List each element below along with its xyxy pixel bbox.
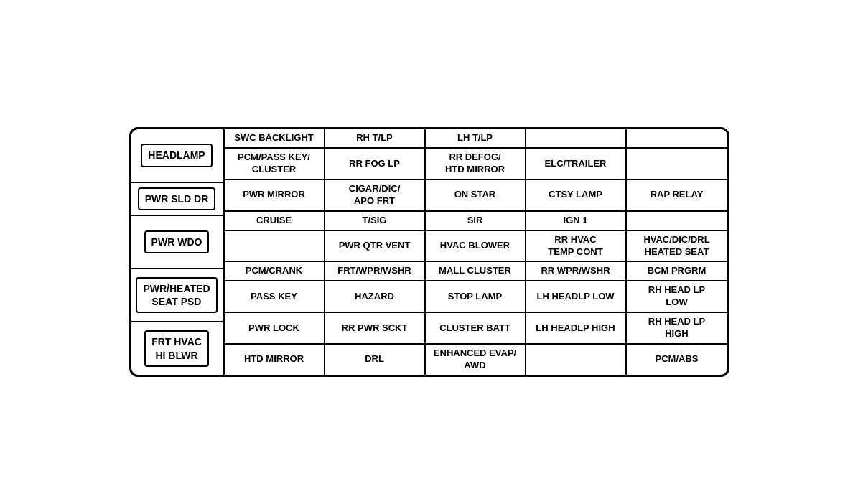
grid-cell-r1-c1: RR FOG LP <box>325 149 426 179</box>
grid-cell-r4-c4: HVAC/DIC/DRL HEATED SEAT <box>627 231 727 261</box>
grid-cell-r6-c3: LH HEADLP LOW <box>526 281 627 312</box>
grid-cell-r3-c1: T/SIG <box>325 212 426 230</box>
grid-cell-r6-c0: PASS KEY <box>225 281 325 312</box>
grid-cell-r5-c2: MALL CLUSTER <box>426 262 526 280</box>
grid-cell-r2-c4: RAP RELAY <box>627 180 727 210</box>
grid-cell-r8-c4: PCM/ABS <box>627 345 727 375</box>
left-label-pwr-sld-dr: PWR SLD DR <box>131 183 223 216</box>
grid-row-3: CRUISET/SIGSIRIGN 1 <box>225 212 727 231</box>
grid-cell-r1-c0: PCM/PASS KEY/ CLUSTER <box>225 149 325 179</box>
grid-cell-r7-c3: LH HEADLP HIGH <box>526 313 627 343</box>
grid-cell-r4-c0 <box>225 231 325 261</box>
grid-row-7: PWR LOCKRR PWR SCKTCLUSTER BATTLH HEADLP… <box>225 313 727 345</box>
left-label-pwr-heated-seat-psd: PWR/HEATED SEAT PSD <box>131 269 223 322</box>
left-label-frt-hvac-hi-blwr: FRT HVAC HI BLWR <box>131 322 223 374</box>
grid-row-6: PASS KEYHAZARDSTOP LAMPLH HEADLP LOWRH H… <box>225 281 727 313</box>
grid-cell-r1-c2: RR DEFOG/ HTD MIRROR <box>426 149 526 179</box>
grid-cell-r0-c4 <box>627 129 727 147</box>
grid-cell-r8-c3 <box>526 345 627 375</box>
grid-cell-r6-c2: STOP LAMP <box>426 281 526 312</box>
grid-cell-r4-c3: RR HVAC TEMP CONT <box>526 231 627 261</box>
grid-cell-r8-c0: HTD MIRROR <box>225 345 325 375</box>
grid-cell-r2-c1: CIGAR/DIC/ APO FRT <box>325 180 426 210</box>
grid-cell-r7-c4: RH HEAD LP HIGH <box>627 313 727 343</box>
left-label-headlamp: HEADLAMP <box>131 129 223 182</box>
grid-row-2: PWR MIRRORCIGAR/DIC/ APO FRTON STARCTSY … <box>225 180 727 212</box>
grid-cell-r3-c2: SIR <box>426 212 526 230</box>
grid-cell-r0-c2: LH T/LP <box>426 129 526 147</box>
grid-cell-r6-c1: HAZARD <box>325 281 426 312</box>
grid-row-5: PCM/CRANKFRT/WPR/WSHRMALL CLUSTERRR WPR/… <box>225 262 727 281</box>
right-grid: SWC BACKLIGHTRH T/LPLH T/LPPCM/PASS KEY/… <box>225 129 727 374</box>
left-label-text-pwr-sld-dr: PWR SLD DR <box>138 187 216 210</box>
grid-cell-r5-c1: FRT/WPR/WSHR <box>325 262 426 280</box>
left-column: HEADLAMPPWR SLD DRPWR WDOPWR/HEATED SEAT… <box>131 129 225 374</box>
grid-cell-r2-c2: ON STAR <box>426 180 526 210</box>
grid-cell-r3-c4 <box>627 212 727 230</box>
grid-cell-r8-c1: DRL <box>325 345 426 375</box>
grid-cell-r4-c2: HVAC BLOWER <box>426 231 526 261</box>
grid-cell-r2-c3: CTSY LAMP <box>526 180 627 210</box>
grid-cell-r8-c2: ENHANCED EVAP/ AWD <box>426 345 526 375</box>
grid-cell-r5-c4: BCM PRGRM <box>627 262 727 280</box>
grid-cell-r7-c1: RR PWR SCKT <box>325 313 426 343</box>
grid-cell-r0-c3 <box>526 129 627 147</box>
grid-cell-r4-c1: PWR QTR VENT <box>325 231 426 261</box>
grid-cell-r0-c0: SWC BACKLIGHT <box>225 129 325 147</box>
left-label-text-headlamp: HEADLAMP <box>141 144 212 167</box>
grid-cell-r7-c2: CLUSTER BATT <box>426 313 526 343</box>
grid-row-4: PWR QTR VENTHVAC BLOWERRR HVAC TEMP CONT… <box>225 231 727 263</box>
left-label-text-pwr-heated-seat-psd: PWR/HEATED SEAT PSD <box>136 277 217 313</box>
grid-cell-r7-c0: PWR LOCK <box>225 313 325 343</box>
fuse-table: HEADLAMPPWR SLD DRPWR WDOPWR/HEATED SEAT… <box>129 127 729 376</box>
grid-row-8: HTD MIRRORDRLENHANCED EVAP/ AWDPCM/ABS <box>225 345 727 375</box>
grid-cell-r1-c3: ELC/TRAILER <box>526 149 627 179</box>
grid-cell-r2-c0: PWR MIRROR <box>225 180 325 210</box>
grid-row-0: SWC BACKLIGHTRH T/LPLH T/LP <box>225 129 727 149</box>
grid-row-1: PCM/PASS KEY/ CLUSTERRR FOG LPRR DEFOG/ … <box>225 149 727 180</box>
left-label-pwr-wdo: PWR WDO <box>131 216 223 269</box>
grid-cell-r1-c4 <box>627 149 727 179</box>
left-label-text-frt-hvac-hi-blwr: FRT HVAC HI BLWR <box>144 330 209 366</box>
grid-cell-r3-c3: IGN 1 <box>526 212 627 230</box>
left-label-text-pwr-wdo: PWR WDO <box>144 230 210 253</box>
grid-cell-r0-c1: RH T/LP <box>325 129 426 147</box>
grid-cell-r5-c3: RR WPR/WSHR <box>526 262 627 280</box>
grid-cell-r3-c0: CRUISE <box>225 212 325 230</box>
grid-cell-r5-c0: PCM/CRANK <box>225 262 325 280</box>
grid-cell-r6-c4: RH HEAD LP LOW <box>627 281 727 312</box>
